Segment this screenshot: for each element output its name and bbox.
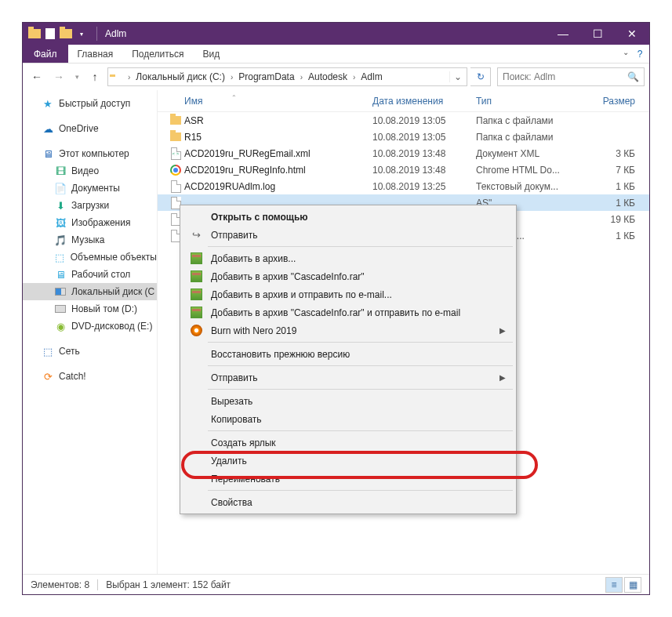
video-icon: 🎞 (54, 165, 67, 177)
table-row[interactable]: ACD2019ru_RURegEmail.xml10.08.2019 13:48… (158, 145, 649, 162)
breadcrumb[interactable]: Локальный диск (C:) (134, 71, 227, 82)
cube-icon: ⬚ (54, 251, 66, 263)
file-type: Папка с файлами (476, 115, 579, 126)
sidebar-item-quick-access[interactable]: ★Быстрый доступ (23, 95, 157, 112)
file-icon (167, 165, 184, 176)
sidebar-item-videos[interactable]: 🎞Видео (23, 162, 157, 180)
breadcrumb[interactable]: Adlm (359, 71, 383, 82)
file-type: Chrome HTML Do... (476, 165, 579, 176)
home-tab[interactable]: Главная (68, 45, 123, 63)
sidebar-item-documents[interactable]: 📄Документы (23, 180, 157, 197)
forward-button[interactable]: → (49, 67, 68, 86)
sidebar-item-desktop[interactable]: 🖥Рабочий стол (23, 266, 157, 283)
view-icons-button[interactable]: ▦ (624, 577, 641, 593)
share-icon: ↪ (189, 228, 203, 242)
sidebar-item-pictures[interactable]: 🖼Изображения (23, 214, 157, 231)
sidebar-item-this-pc[interactable]: 🖥Этот компьютер (23, 145, 157, 162)
ctx-copy[interactable]: Копировать (183, 410, 514, 428)
chevron-right-icon[interactable]: › (228, 73, 235, 82)
ribbon-tabs: Файл Главная Поделиться Вид ⌄ ? (23, 45, 649, 64)
sort-indicator-icon: ⌃ (231, 94, 237, 101)
sidebar-item-catch[interactable]: ⟳Catch! (23, 368, 157, 385)
rar-icon (189, 306, 203, 320)
ctx-cut[interactable]: Вырезать (183, 392, 514, 410)
search-input[interactable]: Поиск: Adlm 🔍 (497, 67, 645, 86)
file-name: ACD2019ru_RURegEmail.xml (184, 148, 372, 159)
file-name: ASR (184, 115, 372, 126)
table-row[interactable]: ACD2019ru_RURegInfo.html10.08.2019 13:48… (158, 162, 649, 178)
folder-icon (59, 27, 73, 41)
sidebar-item-3d[interactable]: ⬚Объемные объекты (23, 249, 157, 266)
column-size[interactable]: Размер (579, 96, 649, 107)
sidebar-item-disk-c[interactable]: Локальный диск (C (23, 283, 157, 300)
ctx-rename[interactable]: Переименовать (183, 470, 514, 488)
expand-ribbon-icon[interactable]: ⌄ (623, 48, 629, 56)
chevron-right-icon: ▶ (499, 326, 506, 335)
column-type[interactable]: Тип (476, 96, 579, 107)
desktop-icon: 🖥 (54, 268, 67, 281)
status-count: Элементов: 8 (31, 579, 89, 590)
nav-tree: ★Быстрый доступ ☁OneDrive 🖥Этот компьюте… (23, 90, 158, 574)
back-button[interactable]: ← (27, 67, 46, 86)
ctx-delete[interactable]: Удалить (183, 452, 514, 470)
breadcrumb[interactable]: Autodesk (307, 71, 349, 82)
ctx-nero[interactable]: Burn with Nero 2019▶ (183, 321, 514, 339)
folder-icon (27, 27, 42, 41)
table-row[interactable]: R1510.08.2019 13:05Папка с файлами (158, 129, 649, 145)
sidebar-item-downloads[interactable]: ⬇Загрузки (23, 197, 157, 214)
chevron-right-icon[interactable]: › (298, 73, 305, 82)
sidebar-item-dvd[interactable]: ◉DVD-дисковод (E:) (23, 318, 157, 335)
refresh-button[interactable]: ↻ (470, 67, 491, 86)
ctx-add-cascade[interactable]: Добавить в архив "CascadeInfo.rar" (183, 267, 514, 285)
breadcrumb[interactable]: ProgramData (237, 71, 296, 82)
close-button[interactable]: ✕ (615, 23, 649, 45)
computer-icon: 🖥 (42, 147, 54, 160)
file-icon (167, 180, 184, 193)
ctx-restore[interactable]: Восстановить прежнюю версию (183, 345, 514, 363)
check-icon (43, 27, 57, 41)
catch-icon: ⟳ (42, 370, 54, 383)
file-size: 1 КБ (579, 181, 649, 192)
column-name[interactable]: Имя⌃ (184, 96, 372, 107)
history-dropdown[interactable]: ▾ (71, 67, 82, 86)
column-date[interactable]: Дата изменения (372, 96, 476, 107)
search-icon: 🔍 (627, 71, 639, 82)
minimize-button[interactable]: — (546, 23, 580, 45)
ctx-send-to[interactable]: Отправить▶ (183, 368, 514, 387)
nero-icon (189, 324, 203, 338)
ctx-shortcut[interactable]: Создать ярлык (183, 434, 514, 452)
file-icon (167, 132, 184, 141)
sidebar-item-onedrive[interactable]: ☁OneDrive (23, 120, 157, 137)
ctx-add-email[interactable]: Добавить в архив и отправить по e-mail..… (183, 285, 514, 303)
sidebar-item-network[interactable]: ⬚Сеть (23, 343, 157, 360)
cloud-icon: ☁ (42, 122, 54, 135)
ctx-properties[interactable]: Свойства (183, 493, 514, 511)
view-details-button[interactable]: ≡ (605, 577, 623, 593)
sidebar-item-music[interactable]: 🎵Музыка (23, 231, 157, 249)
address-dropdown[interactable]: ⌄ (449, 71, 465, 82)
window-title: Adlm (105, 28, 126, 39)
file-name: ACD2019RUAdlm.log (184, 181, 372, 192)
file-date: 10.08.2019 13:05 (372, 132, 476, 143)
file-date: 10.08.2019 13:25 (372, 181, 476, 192)
file-date: 10.08.2019 13:48 (372, 165, 476, 176)
ctx-add-archive[interactable]: Добавить в архив... (183, 249, 514, 267)
file-tab[interactable]: Файл (23, 45, 68, 63)
address-bar[interactable]: › Локальный диск (C:) › ProgramData › Au… (107, 67, 467, 86)
table-row[interactable]: ASR10.08.2019 13:05Папка с файлами (158, 112, 649, 129)
chevron-right-icon[interactable]: › (125, 73, 133, 82)
share-tab[interactable]: Поделиться (122, 45, 193, 63)
ctx-open-with[interactable]: Открыть с помощью (183, 208, 514, 226)
ctx-add-cascade-email[interactable]: Добавить в архив "CascadeInfo.rar" и отп… (183, 303, 514, 321)
view-tab[interactable]: Вид (193, 45, 229, 63)
help-button[interactable]: ? (630, 45, 649, 63)
dropdown-icon[interactable]: ▾ (74, 27, 89, 41)
maximize-button[interactable]: ☐ (580, 23, 615, 45)
status-bar: Элементов: 8 Выбран 1 элемент: 152 байт … (23, 574, 649, 594)
ctx-send[interactable]: ↪Отправить (183, 226, 514, 244)
table-row[interactable]: ACD2019RUAdlm.log10.08.2019 13:25Текстов… (158, 178, 649, 194)
chevron-right-icon[interactable]: › (351, 73, 358, 82)
file-size: 3 КБ (579, 148, 649, 159)
up-button[interactable]: ↑ (85, 67, 104, 86)
sidebar-item-disk-d[interactable]: Новый том (D:) (23, 300, 157, 318)
